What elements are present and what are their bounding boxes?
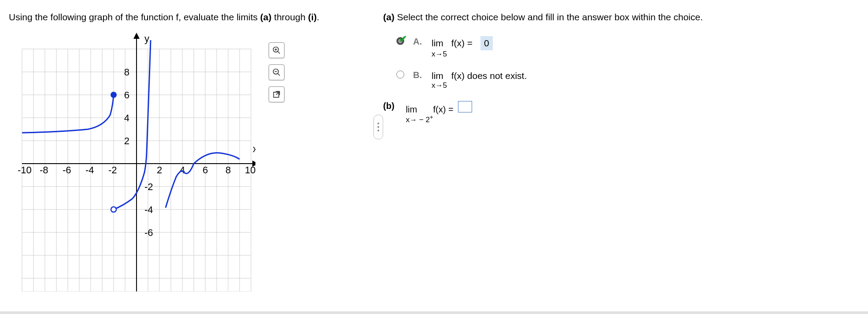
part-b-sub: x→ − 2+ xyxy=(406,114,472,124)
instr-mid: through xyxy=(272,12,308,22)
zoom-in-icon xyxy=(272,46,281,55)
svg-line-55 xyxy=(278,52,280,54)
part-b-label: (b) xyxy=(383,101,395,111)
popout-button[interactable] xyxy=(269,86,284,102)
svg-text:4: 4 xyxy=(180,164,185,176)
svg-text:6: 6 xyxy=(203,164,208,176)
svg-text:-10: -10 xyxy=(18,164,32,176)
part-b-sup: + xyxy=(430,114,433,120)
instr-pre: Using the following graph of the functio… xyxy=(9,12,260,22)
svg-line-59 xyxy=(278,74,280,76)
svg-point-52 xyxy=(111,92,116,97)
choice-a-row: ✔ A. lim f(x) = 0 x→5 xyxy=(396,36,850,59)
svg-text:-6: -6 xyxy=(63,164,71,176)
choice-b-row: B. lim f(x) does not exist. x→5 xyxy=(396,70,850,90)
choice-b-letter: B. xyxy=(413,70,425,80)
instruction-text: Using the following graph of the functio… xyxy=(9,11,370,23)
svg-text:-2: -2 xyxy=(108,164,117,176)
instr-post: . xyxy=(317,12,319,22)
panel-expand-handle[interactable] xyxy=(373,115,383,139)
lim-text: lim xyxy=(432,37,443,49)
part-a-label: (a) xyxy=(383,12,395,22)
graph-container: y x -10 -8 -6 -4 -2 2 4 6 8 10 8 6 4 2 -… xyxy=(18,31,370,292)
bottom-border xyxy=(0,311,868,314)
dots-icon xyxy=(377,123,379,131)
part-b-lim: lim xyxy=(406,105,425,115)
choice-a-radio-holder[interactable]: ✔ xyxy=(396,37,406,47)
svg-text:10: 10 xyxy=(245,164,255,176)
choice-b-radio[interactable] xyxy=(396,71,404,78)
svg-text:4: 4 xyxy=(124,112,129,123)
lim-text-b: lim xyxy=(432,70,443,82)
svg-text:2: 2 xyxy=(157,164,162,176)
svg-text:-6: -6 xyxy=(144,227,153,238)
choice-b-body: lim f(x) does not exist. x→5 xyxy=(432,70,527,90)
svg-text:-4: -4 xyxy=(144,204,153,215)
choice-b-text: f(x) does not exist. xyxy=(451,70,527,82)
choice-a-sub: x→5 xyxy=(432,49,493,59)
part-b-answer-input[interactable] xyxy=(458,101,472,112)
instr-i: (i) xyxy=(308,12,317,22)
choice-a-letter: A. xyxy=(413,36,425,47)
popout-icon xyxy=(272,90,281,99)
part-b-fx: f(x) = xyxy=(433,105,454,115)
svg-text:2: 2 xyxy=(124,135,129,146)
svg-text:-4: -4 xyxy=(85,164,94,176)
zoom-out-icon xyxy=(272,68,281,77)
svg-text:x: x xyxy=(253,143,255,154)
part-b-row: (b) lim f(x) = x→ − 2+ xyxy=(383,101,850,124)
choice-b-sub: x→5 xyxy=(432,81,527,90)
svg-text:8: 8 xyxy=(225,164,231,176)
instr-a: (a) xyxy=(260,12,272,22)
svg-text:y: y xyxy=(144,33,149,44)
check-icon: ✔ xyxy=(399,34,407,45)
svg-text:-2: -2 xyxy=(144,181,153,192)
choice-b-radio-holder[interactable] xyxy=(396,71,406,80)
svg-point-53 xyxy=(111,207,116,212)
fx-eq: f(x) = xyxy=(451,37,473,49)
zoom-out-button[interactable] xyxy=(269,64,284,80)
part-b-sub-text: x→ − 2 xyxy=(406,116,430,124)
svg-text:6: 6 xyxy=(124,90,129,101)
choice-a-answer[interactable]: 0 xyxy=(480,36,493,50)
part-a-prompt-text: Select the correct choice below and fill… xyxy=(395,12,703,22)
svg-text:8: 8 xyxy=(124,67,129,78)
zoom-in-button[interactable] xyxy=(269,42,284,58)
function-graph: y x -10 -8 -6 -4 -2 2 4 6 8 10 8 6 4 2 -… xyxy=(18,31,255,292)
svg-text:-8: -8 xyxy=(40,164,48,176)
part-a-prompt: (a) Select the correct choice below and … xyxy=(383,11,850,24)
choice-a-body: lim f(x) = 0 x→5 xyxy=(432,36,493,59)
